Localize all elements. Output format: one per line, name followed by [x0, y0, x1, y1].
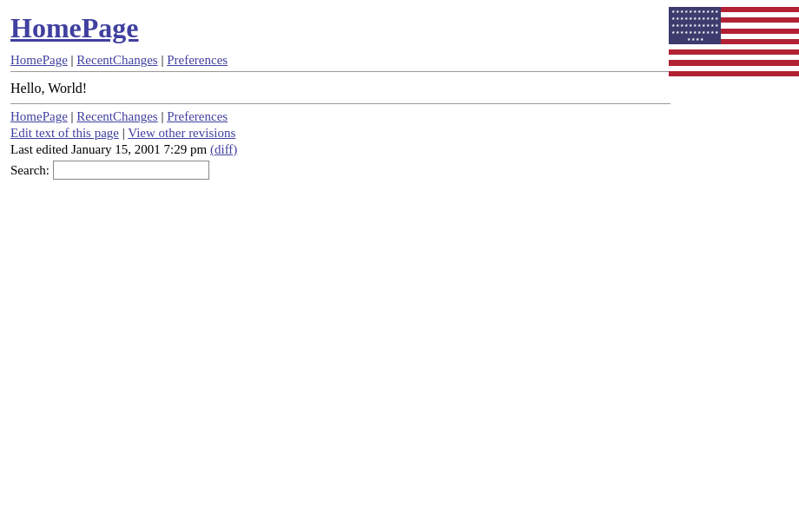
bottom-nav: HomePage | RecentChanges | Preferences — [10, 109, 789, 124]
hello-world-text: Hello, World! — [10, 81, 87, 95]
us-flag: ★★★★★★ ★★★★★★ ★★★★★★ ★★★★★★ ★★★★★★ ★★★★★… — [669, 7, 799, 76]
top-separator — [10, 71, 670, 72]
last-edited-text: Last edited January 15, 2001 7:29 pm — [10, 142, 207, 156]
top-nav-homepage[interactable]: HomePage — [10, 53, 68, 67]
page-title[interactable]: HomePage — [10, 12, 139, 44]
search-label: Search: — [10, 163, 50, 178]
edit-text-link[interactable]: Edit text of this page — [10, 126, 119, 140]
bottom-separator — [10, 103, 670, 104]
bottom-nav-preferences[interactable]: Preferences — [167, 109, 228, 123]
diff-link[interactable]: (diff) — [210, 142, 237, 156]
top-nav-preferences[interactable]: Preferences — [167, 53, 228, 67]
meta-links: Edit text of this page | View other revi… — [10, 126, 789, 141]
page-content: Hello, World! — [10, 81, 789, 96]
bottom-nav-recentchanges[interactable]: RecentChanges — [76, 109, 157, 123]
top-nav-recentchanges[interactable]: RecentChanges — [76, 53, 157, 67]
search-input[interactable] — [53, 161, 209, 180]
view-revisions-link[interactable]: View other revisions — [128, 126, 235, 140]
bottom-nav-homepage[interactable]: HomePage — [10, 109, 68, 123]
last-edited: Last edited January 15, 2001 7:29 pm (di… — [10, 142, 789, 157]
search-row: Search: — [10, 161, 789, 180]
